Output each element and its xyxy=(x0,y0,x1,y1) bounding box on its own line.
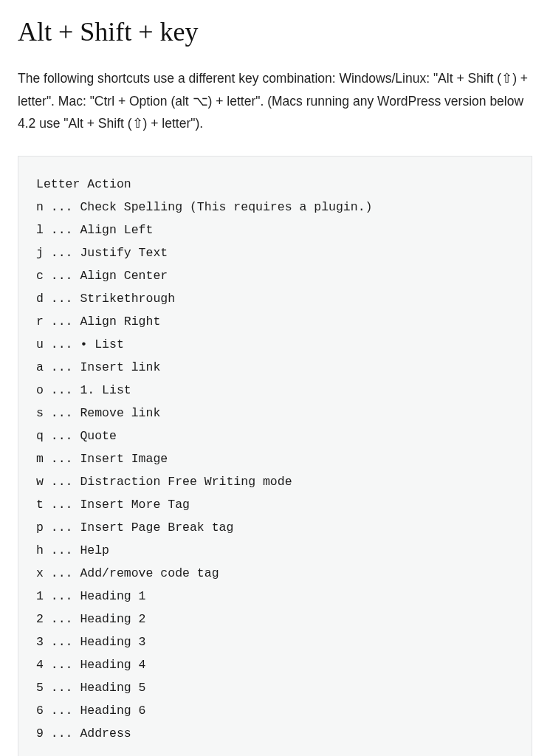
shortcut-code-block: Letter Action n ... Check Spelling (This… xyxy=(18,156,532,756)
page-description: The following shortcuts use a different … xyxy=(18,67,532,135)
page-title: Alt + Shift + key xyxy=(18,16,532,48)
